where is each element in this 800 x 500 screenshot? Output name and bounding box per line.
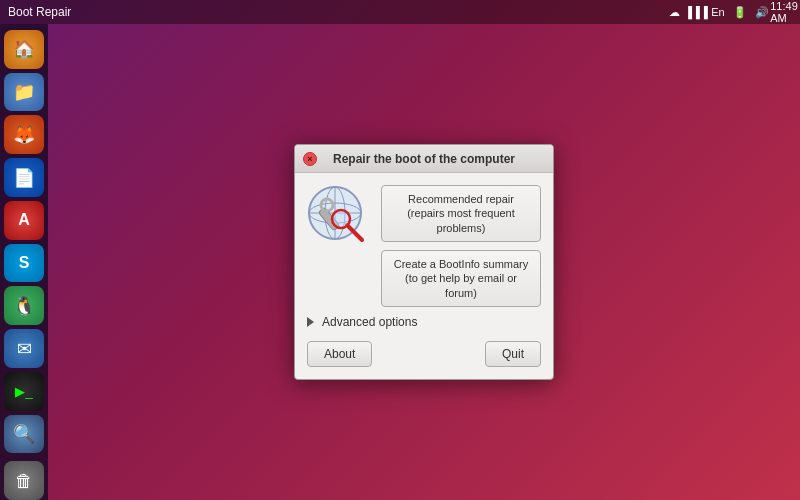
action-buttons: Recommended repair (repairs most frequen… bbox=[381, 185, 541, 307]
close-button[interactable]: × bbox=[303, 152, 317, 166]
sidebar-item-skype[interactable]: S bbox=[4, 244, 44, 283]
terminal-icon: ▶_ bbox=[15, 385, 32, 398]
keyboard-icon: En bbox=[710, 4, 726, 20]
about-button[interactable]: About bbox=[307, 341, 372, 367]
dialog-titlebar: × Repair the boot of the computer bbox=[295, 145, 553, 173]
svg-point-8 bbox=[332, 210, 350, 228]
bootinfo-summary-button[interactable]: Create a BootInfo summary (to get help b… bbox=[381, 250, 541, 307]
quit-button[interactable]: Quit bbox=[485, 341, 541, 367]
dialog-body: Recommended repair (repairs most frequen… bbox=[295, 173, 553, 307]
dropbox-icon: ☁ bbox=[666, 4, 682, 20]
sidebar-item-trash[interactable]: 🗑 bbox=[4, 461, 44, 500]
topbar-title: Boot Repair bbox=[8, 5, 71, 19]
volume-icon: 🔊 bbox=[754, 4, 770, 20]
sidebar-item-pia[interactable]: 🐧 bbox=[4, 286, 44, 325]
appstore-icon: A bbox=[18, 212, 30, 228]
topbar-right: ☁ ▐▐▐ En 🔋 🔊 11:49 AM bbox=[666, 4, 792, 20]
dialog-footer: About Quit bbox=[295, 333, 553, 367]
recommended-repair-button[interactable]: Recommended repair (repairs most frequen… bbox=[381, 185, 541, 242]
sidebar-item-search[interactable]: 🔍 bbox=[4, 415, 44, 454]
trash-icon: 🗑 bbox=[15, 472, 33, 490]
sidebar-item-email[interactable]: ✉ bbox=[4, 329, 44, 368]
sidebar-item-appstore[interactable]: A bbox=[4, 201, 44, 240]
search-icon: 🔍 bbox=[13, 425, 35, 443]
advanced-options-toggle[interactable]: Advanced options bbox=[295, 307, 553, 333]
arrow-right-icon bbox=[307, 317, 314, 327]
boot-repair-icon bbox=[307, 185, 371, 249]
pia-icon: 🐧 bbox=[13, 297, 35, 315]
signal-icon: ▐▐▐ bbox=[688, 4, 704, 20]
sidebar-item-terminal[interactable]: ▶_ bbox=[4, 372, 44, 411]
clock: 11:49 AM bbox=[776, 4, 792, 20]
firefox-icon: 🦊 bbox=[13, 126, 35, 144]
email-icon: ✉ bbox=[17, 340, 32, 358]
skype-icon: S bbox=[19, 255, 30, 271]
sidebar-item-files[interactable]: 📁 bbox=[4, 73, 44, 112]
dialog-title: Repair the boot of the computer bbox=[333, 152, 515, 166]
writer-icon: 📄 bbox=[13, 169, 35, 187]
sidebar-item-writer[interactable]: 📄 bbox=[4, 158, 44, 197]
files-icon: 📁 bbox=[13, 83, 35, 101]
home-icon: 🏠 bbox=[13, 40, 35, 58]
topbar: Boot Repair ☁ ▐▐▐ En 🔋 🔊 11:49 AM bbox=[0, 0, 800, 24]
sidebar-item-firefox[interactable]: 🦊 bbox=[4, 115, 44, 154]
desktop: × Repair the boot of the computer bbox=[48, 24, 800, 500]
battery-icon: 🔋 bbox=[732, 4, 748, 20]
sidebar-item-home[interactable]: 🏠 bbox=[4, 30, 44, 69]
boot-repair-dialog: × Repair the boot of the computer bbox=[294, 144, 554, 380]
sidebar: 🏠 📁 🦊 📄 A S 🐧 ✉ ▶_ 🔍 🗑 bbox=[0, 24, 48, 500]
